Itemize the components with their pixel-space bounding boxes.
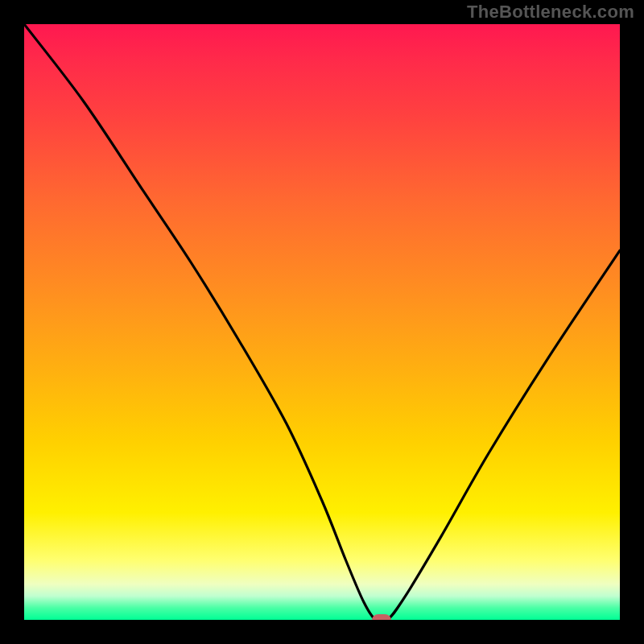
bottleneck-curve (24, 24, 620, 620)
chart-stage: TheBottleneck.com (0, 0, 644, 644)
watermark-text: TheBottleneck.com (467, 2, 634, 23)
min-marker (372, 614, 391, 620)
plot-area (24, 24, 620, 620)
